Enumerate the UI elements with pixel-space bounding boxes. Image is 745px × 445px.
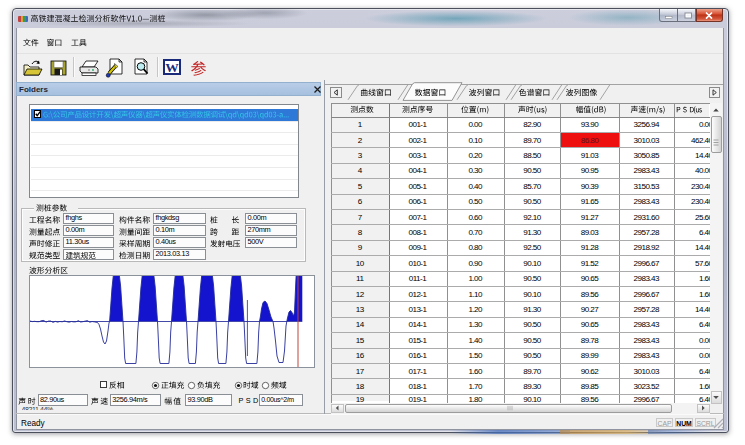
- svg-text:W: W: [165, 60, 179, 75]
